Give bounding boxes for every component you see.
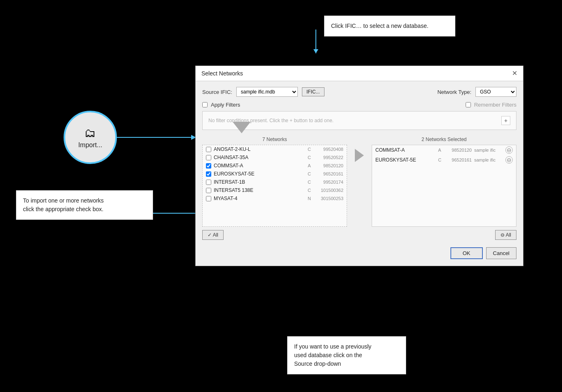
selected-source: sample ific	[474, 148, 503, 153]
network-number: 99520408	[315, 147, 343, 152]
tooltip-source-dropdown: If you want to use a previously used dat…	[287, 336, 406, 374]
check-all-button[interactable]: ✓ All	[202, 230, 224, 240]
arrow-import	[116, 137, 196, 138]
remove-network-button[interactable]: ⊖	[505, 146, 513, 154]
source-ific-label: Source IFIC:	[202, 89, 232, 95]
network-checkbox[interactable]	[206, 155, 211, 160]
network-type-code: C	[306, 155, 312, 160]
arrow-checkbox	[153, 213, 201, 214]
network-type-select[interactable]: GSO	[475, 87, 516, 97]
networks-count: 7 Networks	[202, 137, 347, 142]
folder-icon: 🗂	[85, 126, 96, 140]
network-type-code: C	[306, 188, 312, 193]
transfer-arrow	[355, 149, 364, 162]
network-name: ANOSAT-2-KU-L	[214, 146, 304, 152]
selected-type: C	[438, 157, 444, 162]
source-ific-select[interactable]: sample ific.mdb	[236, 87, 298, 97]
tooltip-import-info: To import one or more networks click the…	[16, 190, 153, 220]
selected-network-item: COMMSAT-A A 98520120 sample ific ⊖	[372, 145, 516, 155]
filter-placeholder: No filter conditions present. Click the …	[208, 118, 334, 123]
ok-button[interactable]: OK	[450, 247, 483, 259]
network-name: CHAINSAT-35A	[214, 155, 304, 160]
network-list-box: ANOSAT-2-KU-L C 99520408 CHAINSAT-35A C …	[202, 145, 347, 227]
network-number: 99520522	[315, 155, 343, 160]
network-checkbox[interactable]	[206, 188, 211, 193]
middle-arrow-col	[347, 137, 372, 162]
remember-filters-checkbox[interactable]	[466, 102, 471, 107]
down-arrow-indicator	[233, 122, 251, 133]
network-number: 301500253	[315, 196, 343, 201]
network-type-code: N	[306, 196, 312, 201]
selected-name: COMMSAT-A	[375, 147, 436, 153]
network-checkbox[interactable]	[206, 196, 211, 201]
apply-filters-label: Apply Filters	[211, 102, 240, 108]
tooltip-ific-text: Click IFIC… to select a new database.	[331, 23, 428, 29]
network-type-code: C	[306, 171, 312, 176]
remove-network-button[interactable]: ⊖	[505, 156, 513, 164]
selected-network-item: EUROSKYSAT-5E C 96520161 sample ific ⊖	[372, 155, 516, 165]
network-number: 98520120	[315, 163, 343, 168]
ific-button[interactable]: IFIC...	[302, 87, 324, 96]
dialog-body: Source IFIC: sample ific.mdb IFIC... Net…	[196, 81, 523, 266]
cancel-button[interactable]: Cancel	[486, 247, 516, 259]
network-type-code: A	[306, 163, 312, 168]
right-panel: 2 Networks Selected COMMSAT-A A 98520120…	[372, 137, 516, 227]
left-panel: 7 Networks ANOSAT-2-KU-L C 99520408 CHAI…	[202, 137, 347, 227]
selected-count: 2 Networks Selected	[372, 137, 516, 142]
import-button[interactable]: 🗂 Import...	[64, 111, 117, 164]
remember-filters-label: Remember Filters	[474, 102, 516, 108]
filters-row: Apply Filters Remember Filters	[202, 102, 516, 108]
network-list-item: INTERSAT5 138E C 101500362	[203, 186, 347, 194]
network-name: MYASAT-4	[214, 196, 304, 201]
network-name: COMMSAT-A	[214, 163, 304, 169]
selected-source: sample ific	[474, 157, 503, 162]
tooltip-import-line2: click the appropriate check box.	[23, 206, 103, 212]
remove-all-button[interactable]: ⊖ All	[495, 230, 516, 240]
network-number: 96520161	[315, 171, 343, 176]
tooltip-import-line1: To import one or more networks	[23, 197, 104, 204]
network-number: 99520174	[315, 180, 343, 185]
apply-filters-checkbox[interactable]	[202, 102, 208, 107]
network-checkbox[interactable]	[206, 180, 211, 185]
selected-num: 96520161	[446, 157, 472, 162]
network-list-item: CHAINSAT-35A C 99520522	[203, 153, 347, 162]
network-type-label: Network Type:	[437, 89, 471, 95]
selected-list-box: COMMSAT-A A 98520120 sample ific ⊖ EUROS…	[372, 145, 516, 227]
network-list-item: EUROSKYSAT-5E C 96520161	[203, 170, 347, 178]
network-list-item: INTERSAT-1B C 99520174	[203, 178, 347, 186]
network-name: INTERSAT5 138E	[214, 187, 304, 193]
tooltip-source-line3: Source drop-down	[294, 360, 341, 367]
close-button[interactable]: ✕	[512, 70, 517, 77]
tooltip-source-line2: used database click on the	[294, 352, 362, 358]
selected-name: EUROSKYSAT-5E	[375, 157, 436, 163]
network-list-item: ANOSAT-2-KU-L C 99520408	[203, 145, 347, 153]
dialog-title: Select Networks	[201, 70, 243, 77]
network-type-code: C	[306, 180, 312, 185]
network-list-item: MYASAT-4 N 301500253	[203, 194, 347, 203]
ok-cancel-row: OK Cancel	[202, 246, 516, 259]
bottom-buttons-row: ✓ All ⊖ All	[202, 230, 516, 240]
network-checkbox[interactable]	[206, 147, 211, 152]
callout-line-ific	[315, 30, 316, 53]
network-checkbox[interactable]	[206, 171, 211, 177]
select-networks-dialog: Select Networks ✕ Source IFIC: sample if…	[195, 66, 523, 266]
network-number: 101500362	[315, 188, 343, 193]
source-row: Source IFIC: sample ific.mdb IFIC... Net…	[202, 87, 516, 97]
selected-num: 98520120	[446, 148, 472, 153]
network-name: EUROSKYSAT-5E	[214, 171, 304, 177]
network-list-item: COMMSAT-A A 98520120	[203, 162, 347, 170]
tooltip-ific: Click IFIC… to select a new database.	[324, 16, 455, 36]
selected-type: A	[438, 148, 444, 153]
import-label: Import...	[78, 141, 103, 149]
tooltip-source-line1: If you want to use a previously	[294, 343, 371, 350]
network-checkbox[interactable]	[206, 163, 211, 169]
network-type-code: C	[306, 147, 312, 152]
dialog-titlebar: Select Networks ✕	[196, 66, 523, 81]
network-name: INTERSAT-1B	[214, 179, 304, 185]
filter-add-button[interactable]: +	[501, 116, 510, 125]
